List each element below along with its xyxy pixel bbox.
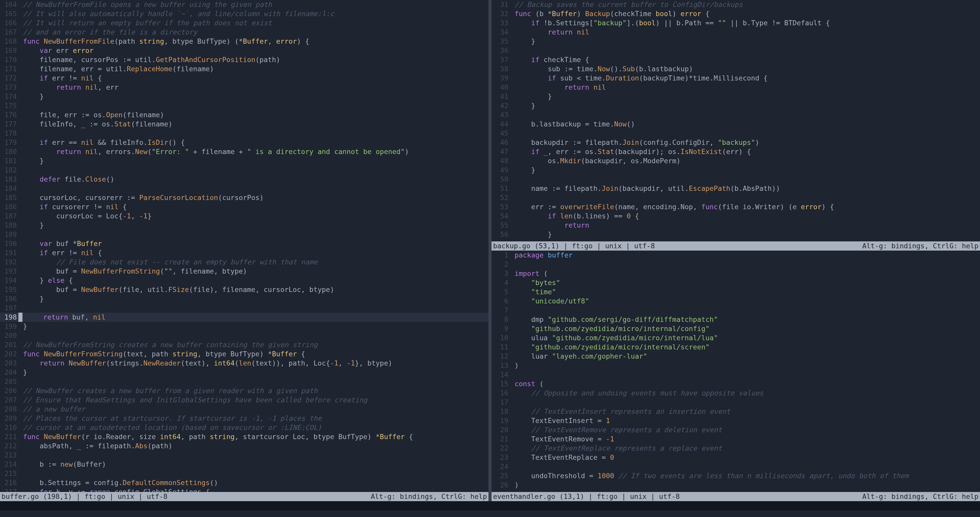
code-line[interactable]: 176 file, err := os.Open(filename) bbox=[0, 110, 488, 120]
code-line[interactable]: 34 return nil bbox=[492, 27, 980, 37]
code-line[interactable]: 199 } bbox=[0, 322, 488, 331]
code-line[interactable]: 166 // It will return an empty buffer if… bbox=[0, 18, 488, 27]
code-line[interactable]: 198 return buf, nil bbox=[0, 313, 488, 322]
code-line[interactable]: 15 const ( bbox=[492, 379, 980, 389]
code-line[interactable]: 4 "bytes" bbox=[492, 278, 980, 287]
code-line[interactable]: 54 if len(b.lines) == 0 { bbox=[492, 212, 980, 221]
code-line[interactable]: 50 bbox=[492, 175, 980, 184]
code-line[interactable]: 202 func NewBufferFromString(text, path … bbox=[0, 349, 488, 359]
pane-backup-go[interactable]: 31 // Backup saves the current buffer to… bbox=[492, 0, 980, 241]
code-line[interactable]: 175 bbox=[0, 101, 488, 110]
code-line[interactable]: 14 bbox=[492, 370, 980, 379]
code-line[interactable]: 6 "unicode/utf8" bbox=[492, 297, 980, 306]
code-line[interactable]: 206 // NewBuffer creates a new buffer fr… bbox=[0, 386, 488, 396]
code-line[interactable]: 215 bbox=[0, 469, 488, 478]
code-line[interactable]: 180 return nil, errors.New("Error: " + f… bbox=[0, 147, 488, 156]
code-line[interactable]: 2 bbox=[492, 260, 980, 269]
code-line[interactable]: 191 if err != nil { bbox=[0, 248, 488, 257]
code-line[interactable]: 167 // and an error if the file is a dir… bbox=[0, 27, 488, 37]
code-line[interactable]: 197 bbox=[0, 303, 488, 313]
code-line[interactable]: 210 // cursor at an autodetected locatio… bbox=[0, 423, 488, 432]
pane-buffer-go[interactable]: 164 // NewBufferFromFile opens a new buf… bbox=[0, 0, 488, 492]
code-line[interactable]: 36 bbox=[492, 46, 980, 55]
code-line[interactable]: 21 TextEventRemove = -1 bbox=[492, 434, 980, 444]
code-line[interactable]: 204 } bbox=[0, 368, 488, 377]
code-line[interactable]: 190 var buf *Buffer bbox=[0, 239, 488, 248]
code-line[interactable]: 44 b.lastbackup = time.Now() bbox=[492, 120, 980, 129]
code-line[interactable]: 178 bbox=[0, 129, 488, 138]
code-line[interactable]: 7 bbox=[492, 306, 980, 315]
code-line[interactable]: 168 func NewBufferFromFile(path string, … bbox=[0, 37, 488, 46]
code-line[interactable]: 173 return nil, err bbox=[0, 83, 488, 92]
code-line[interactable]: 3 import ( bbox=[492, 269, 980, 278]
code-line[interactable]: 195 buf = NewBuffer(file, util.FSize(fil… bbox=[0, 285, 488, 294]
code-line[interactable]: 55 return bbox=[492, 221, 980, 230]
code-line[interactable]: 181 } bbox=[0, 156, 488, 166]
code-line[interactable]: 171 filename, err = util.ReplaceHome(fil… bbox=[0, 64, 488, 73]
code-line[interactable]: 12 luar "layeh.com/gopher-luar" bbox=[492, 352, 980, 361]
code-line[interactable]: 165 // It will also automatically handle… bbox=[0, 9, 488, 18]
code-line[interactable]: 186 if cursorerr != nil { bbox=[0, 202, 488, 212]
code-line[interactable]: 17 bbox=[492, 398, 980, 407]
code-line[interactable]: 189 bbox=[0, 230, 488, 239]
code-line[interactable]: 170 filename, cursorPos := util.GetPathA… bbox=[0, 55, 488, 64]
code-line[interactable]: 216 b.Settings = config.DefaultCommonSet… bbox=[0, 478, 488, 487]
code-line[interactable]: 43 bbox=[492, 110, 980, 120]
code-line[interactable]: 37 if checkTime { bbox=[492, 55, 980, 64]
code-line[interactable]: 49 } bbox=[492, 166, 980, 175]
code-line[interactable]: 52 bbox=[492, 193, 980, 202]
code-line[interactable]: 23 TextEventReplace = 0 bbox=[492, 453, 980, 462]
code-line[interactable]: 39 if sub < time.Duration(backupTime)*ti… bbox=[492, 73, 980, 83]
code-line[interactable]: 194 } else { bbox=[0, 276, 488, 285]
code-line[interactable]: 185 cursorLoc, cursorerr := ParseCursorL… bbox=[0, 193, 488, 202]
code-line[interactable]: 183 defer file.Close() bbox=[0, 175, 488, 184]
code-line[interactable]: 208 // a new buffer bbox=[0, 405, 488, 414]
code-line[interactable]: 193 buf = NewBufferFromString("", filena… bbox=[0, 266, 488, 276]
code-line[interactable]: 205 bbox=[0, 377, 488, 386]
code-line[interactable]: 35 } bbox=[492, 37, 980, 46]
code-line[interactable]: 16 // Opposite and undoing events must h… bbox=[492, 389, 980, 398]
code-line[interactable]: 31 // Backup saves the current buffer to… bbox=[492, 0, 980, 9]
code-line[interactable]: 200 bbox=[0, 331, 488, 340]
code-line[interactable]: 47 if _, err := os.Stat(backupdir); os.I… bbox=[492, 147, 980, 156]
code-line[interactable]: 18 // TextEventInsert represents an inse… bbox=[492, 407, 980, 416]
code-line[interactable]: 48 os.Mkdir(backupdir, os.ModePerm) bbox=[492, 156, 980, 166]
code-line[interactable]: 11 "github.com/zyedidia/micro/internal/s… bbox=[492, 343, 980, 352]
code-line[interactable]: 213 bbox=[0, 451, 488, 460]
code-line[interactable]: 201 // NewBufferFromString creates a new… bbox=[0, 340, 488, 349]
code-line[interactable]: 207 // Ensure that ReadSettings and Init… bbox=[0, 396, 488, 405]
code-line[interactable]: 26 ) bbox=[492, 480, 980, 490]
code-line[interactable]: 56 } bbox=[492, 230, 980, 239]
code-line[interactable]: 211 func NewBuffer(r io.Reader, size int… bbox=[0, 432, 488, 441]
command-bar[interactable] bbox=[0, 501, 980, 511]
code-line[interactable]: 45 bbox=[492, 129, 980, 138]
code-line[interactable]: 169 var err error bbox=[0, 46, 488, 55]
code-line[interactable]: 33 if !b.Settings["backup"].(bool) || b.… bbox=[492, 18, 980, 27]
code-line[interactable]: 22 // TextEventReplace represents a repl… bbox=[492, 444, 980, 453]
code-line[interactable]: 203 return NewBuffer(strings.NewReader(t… bbox=[0, 359, 488, 368]
code-line[interactable]: 184 bbox=[0, 184, 488, 193]
code-line[interactable]: 172 if err != nil { bbox=[0, 73, 488, 83]
code-line[interactable]: 20 // TextEventRemove represents a delet… bbox=[492, 425, 980, 434]
code-line[interactable]: 13 ) bbox=[492, 361, 980, 370]
code-line[interactable]: 41 } bbox=[492, 92, 980, 101]
code-line[interactable]: 174 } bbox=[0, 92, 488, 101]
code-line[interactable]: 179 if err == nil && fileInfo.IsDir() { bbox=[0, 138, 488, 147]
code-line[interactable]: 187 cursorLoc = Loc{-1, -1} bbox=[0, 212, 488, 221]
code-line[interactable]: 40 return nil bbox=[492, 83, 980, 92]
code-line[interactable]: 196 } bbox=[0, 294, 488, 303]
code-line[interactable]: 209 // Places the cursor at startcursor.… bbox=[0, 414, 488, 423]
code-line[interactable]: 5 "time" bbox=[492, 287, 980, 297]
code-line[interactable]: 25 undoThreshold = 1000 // If two events… bbox=[492, 471, 980, 480]
code-line[interactable]: 217 for k, v := range config.GlobalSetti… bbox=[0, 487, 488, 492]
pane-eventhandler-go[interactable]: 1 package buffer2 3 import (4 "bytes"5 "… bbox=[492, 251, 980, 492]
code-line[interactable]: 19 TextEventInsert = 1 bbox=[492, 416, 980, 425]
code-line[interactable]: 177 fileInfo, _ := os.Stat(filename) bbox=[0, 120, 488, 129]
vertical-divider[interactable] bbox=[488, 0, 492, 501]
code-line[interactable]: 32 func (b *Buffer) Backup(checkTime boo… bbox=[492, 9, 980, 18]
code-line[interactable]: 214 b := new(Buffer) bbox=[0, 460, 488, 469]
code-line[interactable]: 8 dmp "github.com/sergi/go-diff/diffmatc… bbox=[492, 315, 980, 324]
code-line[interactable]: 182 bbox=[0, 166, 488, 175]
code-line[interactable]: 24 bbox=[492, 462, 980, 471]
code-line[interactable]: 212 absPath, _ := filepath.Abs(path) bbox=[0, 441, 488, 451]
